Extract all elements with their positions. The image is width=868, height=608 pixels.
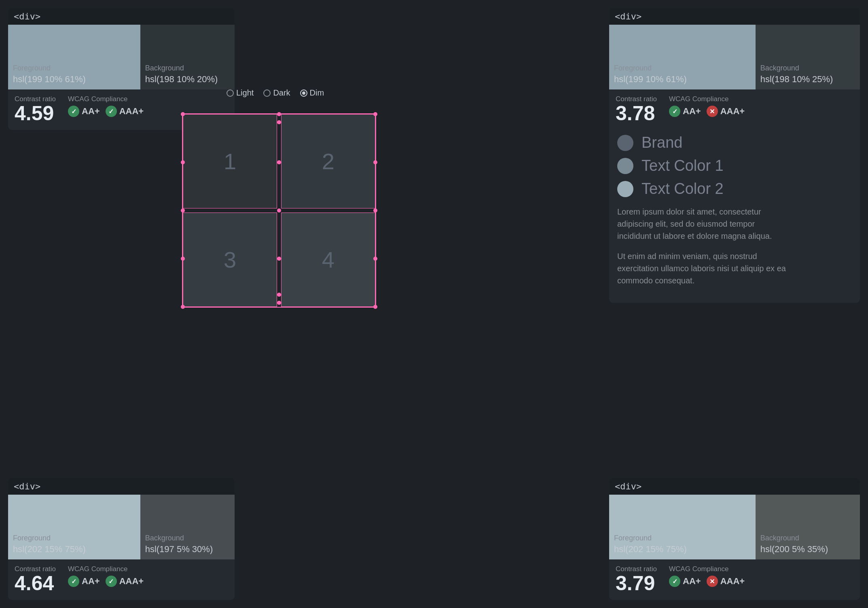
theme-light-label: Light	[236, 88, 254, 98]
dot-br	[373, 305, 377, 309]
top-left-aaa-badge: ✓ AAA+	[106, 106, 144, 117]
grid-cell-2: 2	[281, 114, 375, 208]
theme-dark-option[interactable]: Dark	[263, 88, 290, 98]
theme-light-option[interactable]: Light	[227, 88, 254, 98]
bottom-right-aaa-icon: ✕	[707, 576, 718, 587]
bottom-left-bg-swatch: Background hsl(197 5% 30%)	[140, 495, 235, 559]
top-left-aaa-label: AAA+	[119, 106, 144, 117]
bottom-left-wcag-label: WCAG Compliance	[68, 565, 144, 573]
bottom-right-panel: <div> Foreground hsl(202 15% 75%) Backgr…	[609, 478, 860, 600]
canvas-area: 1 2 3 4	[178, 109, 380, 316]
legend-brand-dot	[617, 135, 633, 151]
dot-tr	[373, 112, 377, 116]
legend-text1: Text Color 1	[617, 157, 852, 174]
top-right-bg-value: hsl(198 10% 25%)	[760, 74, 855, 85]
top-right-swatches: Foreground hsl(199 10% 61%) Background h…	[609, 25, 860, 89]
top-left-fg-swatch: Foreground hsl(199 10% 61%)	[8, 25, 140, 89]
grid-outer: 1 2 3 4	[182, 113, 376, 308]
top-right-tag: <div>	[609, 8, 860, 25]
bottom-left-tag: <div>	[8, 478, 235, 495]
bottom-right-swatches: Foreground hsl(202 15% 75%) Background h…	[609, 495, 860, 559]
bottom-left-bg-label: Background	[145, 534, 230, 542]
dot-mr	[373, 208, 377, 213]
top-right-aaa-icon: ✕	[707, 106, 718, 117]
theme-dim-option[interactable]: Dim	[300, 88, 324, 98]
bottom-right-aaa-badge: ✕ AAA+	[707, 576, 745, 587]
dot-tl	[181, 112, 185, 116]
dot-tc	[277, 112, 281, 116]
bottom-right-aaa-label: AAA+	[720, 576, 745, 587]
theme-dim-radio[interactable]	[300, 89, 307, 97]
bottom-right-fg-value: hsl(202 15% 75%)	[614, 544, 751, 555]
bottom-right-bg-value: hsl(200 5% 35%)	[760, 544, 855, 555]
top-left-swatches: Foreground hsl(199 10% 61%) Background h…	[8, 25, 235, 89]
dot-bl	[181, 305, 185, 309]
theme-light-radio[interactable]	[227, 89, 234, 97]
top-left-aa-icon: ✓	[68, 106, 79, 117]
top-right-fg-label: Foreground	[614, 64, 751, 72]
grid-cell-3: 3	[183, 213, 277, 307]
bottom-left-swatches: Foreground hsl(202 15% 75%) Background h…	[8, 495, 235, 559]
legend-text1-dot	[617, 158, 633, 174]
bottom-right-tag: <div>	[609, 478, 860, 495]
dot-c1	[277, 160, 281, 164]
dot-ml	[181, 208, 185, 213]
bottom-right-contrast-value: 3.79	[616, 573, 657, 593]
top-right-fg-swatch: Foreground hsl(199 10% 61%)	[609, 25, 756, 89]
grid-cell-3-label: 3	[224, 247, 236, 273]
top-right-bg-label: Background	[760, 64, 855, 72]
top-left-fg-label: Foreground	[13, 64, 135, 72]
bottom-left-fg-label: Foreground	[13, 534, 135, 542]
top-right-aa-badge: ✓ AA+	[669, 106, 701, 117]
bottom-left-aa-badge: ✓ AA+	[68, 576, 100, 587]
top-left-bg-swatch: Background hsl(198 10% 20%)	[140, 25, 235, 89]
bottom-right-aa-icon: ✓	[669, 576, 680, 587]
bottom-right-bg-label: Background	[760, 534, 855, 542]
dot-c2	[277, 257, 281, 261]
bottom-left-aa-label: AA+	[82, 576, 100, 587]
legend-text2: Text Color 2	[617, 180, 852, 198]
lorem-p2: Ut enim ad minim veniam, quis nostrud ex…	[617, 250, 787, 287]
legend-text2-dot	[617, 181, 633, 197]
grid-cell-2-label: 2	[322, 148, 334, 174]
dot-l1	[181, 160, 185, 164]
bottom-left-fg-value: hsl(202 15% 75%)	[13, 544, 135, 555]
bottom-left-aaa-badge: ✓ AAA+	[106, 576, 144, 587]
theme-dim-label: Dim	[310, 88, 324, 98]
grid-cell-4-label: 4	[322, 247, 334, 273]
dot-top-c	[277, 120, 281, 124]
dot-bot-c	[277, 293, 281, 297]
top-left-aaa-icon: ✓	[106, 106, 117, 117]
top-left-wcag-label: WCAG Compliance	[68, 95, 144, 103]
bottom-left-panel: <div> Foreground hsl(202 15% 75%) Backgr…	[8, 478, 235, 600]
top-left-aa-label: AA+	[82, 106, 100, 117]
theme-switcher: Light Dark Dim	[227, 88, 324, 98]
legend-brand: Brand	[617, 134, 852, 151]
top-right-stats: Contrast ratio 3.78 WCAG Compliance ✓ AA…	[609, 89, 860, 130]
bottom-right-fg-label: Foreground	[614, 534, 751, 542]
top-left-aa-badge: ✓ AA+	[68, 106, 100, 117]
top-right-wcag-label: WCAG Compliance	[669, 95, 745, 103]
bottom-left-bg-value: hsl(197 5% 30%)	[145, 544, 230, 555]
theme-dark-radio[interactable]	[263, 89, 271, 97]
top-left-bg-value: hsl(198 10% 20%)	[145, 74, 230, 85]
dot-r2	[373, 257, 377, 261]
bottom-right-wcag-label: WCAG Compliance	[669, 565, 745, 573]
top-left-fg-value: hsl(199 10% 61%)	[13, 74, 135, 85]
bottom-right-stats: Contrast ratio 3.79 WCAG Compliance ✓ AA…	[609, 559, 860, 600]
top-right-panel: <div> Foreground hsl(199 10% 61%) Backgr…	[609, 8, 860, 303]
legend-text1-label: Text Color 1	[641, 157, 724, 174]
legend-area: Brand Text Color 1 Text Color 2 Lorem ip…	[609, 130, 860, 303]
bottom-right-bg-swatch: Background hsl(200 5% 35%)	[756, 495, 860, 559]
grid-cell-1-label: 1	[224, 148, 236, 174]
top-left-bg-label: Background	[145, 64, 230, 72]
top-right-bg-swatch: Background hsl(198 10% 25%)	[756, 25, 860, 89]
bottom-left-fg-swatch: Foreground hsl(202 15% 75%)	[8, 495, 140, 559]
dot-l2	[181, 257, 185, 261]
top-right-contrast-value: 3.78	[616, 103, 657, 123]
legend-text2-label: Text Color 2	[641, 180, 724, 198]
top-right-aa-icon: ✓	[669, 106, 680, 117]
dot-bc	[277, 301, 281, 305]
lorem-p1: Lorem ipsum dolor sit amet, consectetur …	[617, 206, 787, 242]
dot-r1	[373, 160, 377, 164]
